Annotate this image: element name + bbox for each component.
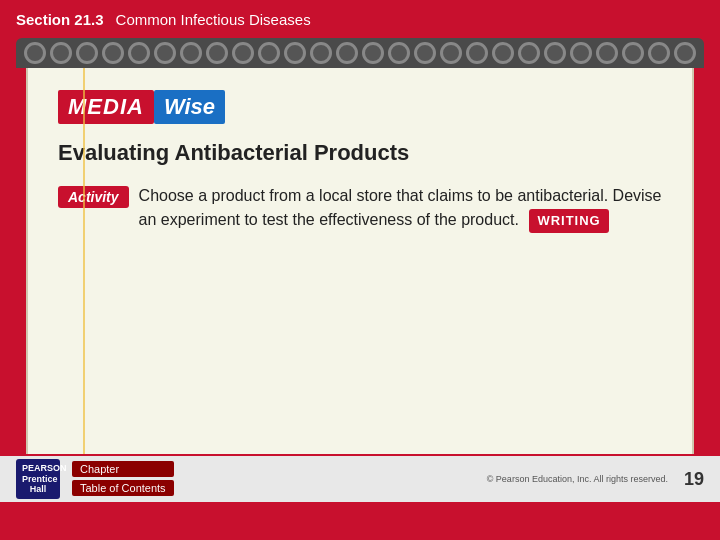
notebook-page: MEDIA Wise Evaluating Antibacterial Prod… xyxy=(26,68,694,468)
spirals-row xyxy=(16,38,704,68)
spiral-ring xyxy=(24,42,46,64)
media-text: MEDIA xyxy=(58,90,154,124)
activity-row: Activity Choose a product from a local s… xyxy=(58,184,662,233)
header-title: Common Infectious Diseases xyxy=(116,11,311,28)
header-bar: Section 21.3 Common Infectious Diseases xyxy=(0,0,720,38)
spiral-ring xyxy=(622,42,644,64)
spiral-ring xyxy=(102,42,124,64)
spiral-ring xyxy=(336,42,358,64)
wise-text: Wise xyxy=(154,90,225,124)
spiral-ring xyxy=(518,42,540,64)
footer-right: © Pearson Education, Inc. All rights res… xyxy=(487,469,704,490)
chapter-link[interactable]: Chapter xyxy=(72,461,174,477)
footer-chapter: Chapter Table of Contents xyxy=(72,461,174,496)
spiral-ring xyxy=(180,42,202,64)
spiral-ring xyxy=(76,42,98,64)
spiral-ring xyxy=(674,42,696,64)
activity-badge: Activity xyxy=(58,186,129,208)
spiral-ring xyxy=(128,42,150,64)
mediawise-logo: MEDIA Wise xyxy=(58,90,662,124)
footer-left: PEARSON Prentice Hall Chapter Table of C… xyxy=(16,459,174,499)
spiral-ring xyxy=(206,42,228,64)
spiral-ring xyxy=(388,42,410,64)
spiral-ring xyxy=(414,42,436,64)
activity-text: Choose a product from a local store that… xyxy=(139,184,662,233)
spiral-ring xyxy=(570,42,592,64)
spiral-ring xyxy=(50,42,72,64)
spiral-ring xyxy=(258,42,280,64)
toc-link[interactable]: Table of Contents xyxy=(72,480,174,496)
spiral-ring xyxy=(310,42,332,64)
spiral-ring xyxy=(492,42,514,64)
prentice-text: Prentice xyxy=(22,474,54,485)
footer-bar: PEARSON Prentice Hall Chapter Table of C… xyxy=(0,454,720,502)
spiral-ring xyxy=(362,42,384,64)
page-number: 19 xyxy=(684,469,704,490)
evaluating-title: Evaluating Antibacterial Products xyxy=(58,140,662,166)
copyright-text: © Pearson Education, Inc. All rights res… xyxy=(487,474,668,484)
pearson-logo: PEARSON Prentice Hall xyxy=(16,459,60,499)
spiral-ring xyxy=(466,42,488,64)
pearson-text: PEARSON xyxy=(22,463,54,474)
spiral-ring xyxy=(284,42,306,64)
spiral-ring xyxy=(648,42,670,64)
spiral-ring xyxy=(154,42,176,64)
hall-text: Hall xyxy=(22,484,54,495)
writing-badge: WRITING xyxy=(529,209,608,233)
section-label: Section 21.3 xyxy=(16,11,104,28)
main-wrapper: Section 21.3 Common Infectious Diseases … xyxy=(0,0,720,502)
notebook-outer: MEDIA Wise Evaluating Antibacterial Prod… xyxy=(16,38,704,468)
spiral-ring xyxy=(440,42,462,64)
spiral-ring xyxy=(544,42,566,64)
spiral-ring xyxy=(232,42,254,64)
spiral-ring xyxy=(596,42,618,64)
